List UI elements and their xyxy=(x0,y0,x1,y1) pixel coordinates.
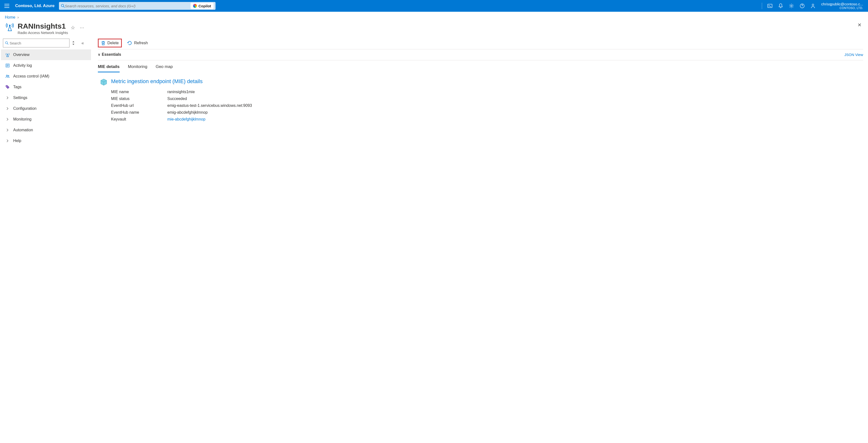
essentials-toggle[interactable]: ∨ Essentials xyxy=(98,52,121,57)
feedback-icon xyxy=(810,3,815,8)
sidebar-search-row: « xyxy=(1,39,91,49)
essentials-label: Essentials xyxy=(102,52,121,57)
chevron-right-icon: › xyxy=(17,15,20,19)
antenna-icon xyxy=(6,23,14,31)
kv-value: emig-eastus-test-1.servicebus.windows.ne… xyxy=(167,103,252,108)
feedback-button[interactable] xyxy=(808,0,818,12)
trash-icon xyxy=(101,41,105,45)
sidebar-item-settings[interactable]: Settings xyxy=(1,93,91,103)
mie-section-header: Metric ingestion endpoint (MIE) details xyxy=(98,72,863,86)
kv-row: EventHub urlemig-eastus-test-1.servicebu… xyxy=(111,102,863,109)
resource-header: RANInsights1 ☆ ⋯ Radio Access Network In… xyxy=(0,21,868,37)
breadcrumb: Home › xyxy=(0,12,868,21)
sidebar-item-help[interactable]: Help xyxy=(1,135,91,146)
json-view-link[interactable]: JSON View xyxy=(844,53,863,57)
sidebar: « OverviewActivity logAccess control (IA… xyxy=(1,37,91,146)
kv-key: EventHub url xyxy=(111,103,167,108)
hamburger-menu[interactable] xyxy=(2,4,12,8)
content-tabs: MIE detailsMonitoringGeo map xyxy=(98,60,863,72)
kv-key: MIE status xyxy=(111,97,167,101)
sidebar-item-label: Overview xyxy=(13,53,30,57)
sidebar-item-overview[interactable]: Overview xyxy=(1,49,91,60)
sidebar-item-label: Settings xyxy=(13,96,27,100)
kv-row: EventHub nameemig-abcdefghijklmnop xyxy=(111,109,863,116)
sidebar-search[interactable] xyxy=(3,39,69,47)
people-icon xyxy=(4,74,11,78)
sidebar-item-tags[interactable]: Tags xyxy=(1,82,91,93)
copilot-button[interactable]: Copilot xyxy=(191,3,214,9)
svg-rect-2 xyxy=(768,4,772,8)
chevron-down-icon: ∨ xyxy=(98,53,100,57)
kv-row: MIE nameraninsights1mie xyxy=(111,89,863,95)
sidebar-item-automation[interactable]: Automation xyxy=(1,125,91,135)
notifications-button[interactable] xyxy=(775,0,786,12)
tab-monitoring[interactable]: Monitoring xyxy=(128,64,147,72)
portal-brand[interactable]: Contoso, Ltd. Azure xyxy=(12,3,58,8)
copilot-icon xyxy=(193,4,197,8)
favorite-button[interactable]: ☆ xyxy=(71,25,75,30)
expand-button[interactable] xyxy=(72,41,77,45)
refresh-button[interactable]: Refresh xyxy=(125,39,150,47)
svg-line-1 xyxy=(63,7,65,8)
search-icon xyxy=(5,41,8,45)
global-search-input[interactable] xyxy=(65,4,189,8)
mie-heading: Metric ingestion endpoint (MIE) details xyxy=(111,78,203,84)
delete-button[interactable]: Delete xyxy=(98,39,122,47)
sidebar-item-label: Automation xyxy=(13,128,33,132)
sidebar-item-label: Access control (IAM) xyxy=(13,74,50,78)
svg-point-12 xyxy=(6,75,8,76)
cube-icon xyxy=(100,78,107,86)
sidebar-item-label: Tags xyxy=(13,85,22,89)
kv-key: MIE name xyxy=(111,90,167,94)
help-icon xyxy=(800,3,805,8)
breadcrumb-home[interactable]: Home xyxy=(5,15,16,19)
cloud-shell-icon xyxy=(768,4,772,8)
tab-mie-details[interactable]: MIE details xyxy=(98,64,120,72)
separator xyxy=(762,3,762,9)
close-blade-button[interactable]: ✕ xyxy=(856,21,863,29)
command-bar: Delete Refresh xyxy=(98,37,863,49)
sidebar-item-monitoring[interactable]: Monitoring xyxy=(1,114,91,125)
chevron-right-icon xyxy=(4,139,11,142)
sidebar-search-input[interactable] xyxy=(9,41,67,45)
tag-icon xyxy=(4,85,11,89)
refresh-label: Refresh xyxy=(134,41,148,45)
resource-icon xyxy=(5,22,15,32)
sidebar-item-access-control-iam-[interactable]: Access control (IAM) xyxy=(1,71,91,82)
help-button[interactable] xyxy=(797,0,808,12)
chevron-right-icon xyxy=(4,118,11,121)
gear-icon xyxy=(789,3,794,8)
sidebar-item-label: Activity log xyxy=(13,63,32,68)
antenna-icon xyxy=(4,53,11,57)
sort-icon xyxy=(72,41,75,45)
resource-type-subtitle: Radio Access Network Insights xyxy=(18,31,84,35)
svg-point-13 xyxy=(8,75,9,76)
kv-row: Keyvaultmie-abcdefghijklmnop xyxy=(111,116,863,123)
kv-key: Keyvault xyxy=(111,117,167,122)
sidebar-item-configuration[interactable]: Configuration xyxy=(1,103,91,114)
svg-point-0 xyxy=(61,4,64,7)
settings-button[interactable] xyxy=(786,0,797,12)
portal-topbar: Contoso, Ltd. Azure Copilot chrisqpublic… xyxy=(0,0,868,12)
cloud-shell-button[interactable] xyxy=(765,0,775,12)
chevron-right-icon xyxy=(4,96,11,99)
sidebar-item-label: Configuration xyxy=(13,106,36,111)
collapse-sidebar-button[interactable]: « xyxy=(80,41,85,46)
more-actions-button[interactable]: ⋯ xyxy=(80,25,84,30)
account-tenant: CONTOSO, LTD. xyxy=(821,6,863,10)
global-search[interactable]: Copilot xyxy=(59,2,216,10)
kv-value[interactable]: mie-abcdefghijklmnop xyxy=(167,117,206,122)
svg-point-7 xyxy=(5,42,8,44)
sidebar-item-label: Help xyxy=(13,139,21,143)
sidebar-item-label: Monitoring xyxy=(13,117,32,122)
svg-point-3 xyxy=(791,5,792,7)
refresh-icon xyxy=(127,41,132,45)
tab-geo-map[interactable]: Geo map xyxy=(156,64,173,72)
bell-icon xyxy=(778,3,783,8)
svg-point-6 xyxy=(9,25,10,26)
sidebar-item-activity-log[interactable]: Activity log xyxy=(1,60,91,71)
account-menu[interactable]: chrisqpublic@contoso.c... CONTOSO, LTD. xyxy=(818,2,866,10)
search-icon xyxy=(61,4,65,8)
chevron-right-icon xyxy=(4,107,11,110)
essentials-row: ∨ Essentials JSON View xyxy=(98,49,863,60)
